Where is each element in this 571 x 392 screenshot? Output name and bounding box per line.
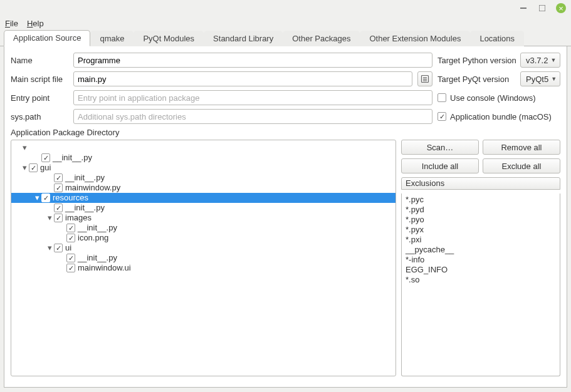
tab-panel-application-source: Name Target Python version v3.7.2 ▼ Main… bbox=[4, 46, 567, 388]
syspath-input[interactable] bbox=[73, 109, 432, 124]
tree-item-label: mainwindow.py bbox=[65, 183, 120, 193]
target-pyqt-value: PyQt5 bbox=[526, 75, 548, 84]
exclude-all-button[interactable]: Exclude all bbox=[483, 158, 560, 173]
tree-item-label: __init__.py bbox=[78, 223, 117, 233]
tree-expander-open-icon[interactable]: ▾ bbox=[20, 163, 29, 173]
tree-item-checkbox[interactable] bbox=[54, 214, 63, 222]
menubar: File Help bbox=[0, 16, 571, 30]
remove-all-button[interactable]: Remove all bbox=[483, 140, 560, 155]
tree-expander-open-icon[interactable]: ▾ bbox=[33, 193, 41, 203]
titlebar bbox=[0, 0, 571, 16]
main-script-input[interactable] bbox=[73, 71, 412, 86]
list-icon bbox=[421, 75, 429, 83]
tree-item-checkbox[interactable] bbox=[66, 224, 75, 232]
exclusions-list[interactable]: *.pyc*.pyd*.pyo*.pyx*.pxi__pycache__*-in… bbox=[401, 193, 560, 376]
tree-row[interactable]: __init__.py bbox=[11, 203, 396, 213]
tree-item-label: ui bbox=[65, 243, 71, 253]
list-item[interactable]: *.so bbox=[406, 275, 556, 285]
chevron-down-icon: ▼ bbox=[551, 76, 557, 82]
tree-item-label: mainwindow.ui bbox=[78, 263, 131, 273]
tree-item-label: __init__.py bbox=[65, 173, 105, 183]
target-python-value: v3.7.2 bbox=[526, 56, 548, 65]
tree-item-checkbox[interactable] bbox=[54, 173, 63, 182]
svg-rect-0 bbox=[520, 8, 526, 9]
exclusions-header: Exclusions bbox=[401, 177, 560, 190]
label-name: Name bbox=[11, 56, 68, 65]
tree-row[interactable]: ▾resources bbox=[11, 193, 396, 203]
tab-standard-library[interactable]: Standard Library bbox=[204, 31, 283, 46]
tree-row[interactable]: __init__.py bbox=[11, 253, 396, 263]
tree-item-label: __init__.py bbox=[78, 253, 117, 263]
menu-file[interactable]: File bbox=[5, 19, 18, 28]
tab-application-source[interactable]: Application Source bbox=[4, 30, 90, 46]
tabbar: Application SourceqmakePyQt ModulesStand… bbox=[0, 30, 571, 46]
tab-pyqt-modules[interactable]: PyQt Modules bbox=[134, 31, 204, 46]
list-item[interactable]: *.pyo bbox=[406, 215, 556, 225]
list-item[interactable]: __pycache__ bbox=[406, 245, 556, 255]
minimize-button[interactable] bbox=[518, 3, 528, 13]
tab-qmake[interactable]: qmake bbox=[90, 31, 134, 46]
list-item[interactable]: *.pyx bbox=[406, 225, 556, 235]
tree-item-checkbox[interactable] bbox=[54, 204, 63, 212]
list-item[interactable]: *.pyd bbox=[406, 205, 556, 215]
list-item[interactable]: *-info bbox=[406, 255, 556, 265]
tab-locations[interactable]: Locations bbox=[470, 31, 524, 46]
tree-row[interactable]: ▾ui bbox=[11, 243, 396, 253]
label-entry-point: Entry point bbox=[11, 93, 68, 103]
label-app-bundle: Application bundle (macOS) bbox=[450, 112, 560, 121]
tree-row[interactable]: mainwindow.py bbox=[11, 183, 396, 193]
label-target-python: Target Python version bbox=[437, 56, 516, 65]
tree-row[interactable]: mainwindow.ui bbox=[11, 263, 396, 273]
tree-item-label: __init__.py bbox=[65, 203, 105, 213]
label-syspath: sys.path bbox=[11, 112, 68, 121]
tree-item-checkbox[interactable] bbox=[54, 244, 63, 252]
tree-row[interactable]: ▾ bbox=[11, 143, 396, 153]
svg-rect-1 bbox=[539, 5, 545, 11]
browse-script-button[interactable] bbox=[417, 71, 432, 86]
maximize-button[interactable] bbox=[537, 3, 547, 13]
tree-row[interactable]: ▾images bbox=[11, 213, 396, 223]
entry-point-input[interactable] bbox=[73, 90, 432, 105]
close-button[interactable] bbox=[556, 3, 566, 13]
tree-row[interactable]: __init__.py bbox=[11, 173, 396, 183]
tree-item-label: images bbox=[65, 213, 92, 223]
tree-row[interactable]: icon.png bbox=[11, 233, 396, 243]
tree-item-checkbox[interactable] bbox=[66, 234, 75, 242]
tree-expander-open-icon[interactable]: ▾ bbox=[45, 213, 54, 223]
list-item[interactable]: EGG_INFO bbox=[406, 265, 556, 275]
tree-row[interactable]: ▾gui bbox=[11, 163, 396, 173]
target-pyqt-dropdown[interactable]: PyQt5 ▼ bbox=[520, 71, 560, 86]
tree-expander-open-icon[interactable]: ▾ bbox=[45, 243, 54, 253]
tree-row[interactable]: __init__.py bbox=[11, 223, 396, 233]
app-bundle-checkbox[interactable] bbox=[437, 112, 446, 121]
tree-item-label: __init__.py bbox=[53, 153, 92, 163]
tree-item-checkbox[interactable] bbox=[66, 264, 75, 272]
tree-item-checkbox[interactable] bbox=[41, 193, 50, 202]
tree-row[interactable]: __init__.py bbox=[11, 153, 396, 163]
chevron-down-icon: ▼ bbox=[550, 57, 556, 63]
tab-other-extension-modules[interactable]: Other Extension Modules bbox=[360, 31, 470, 46]
tree-item-checkbox[interactable] bbox=[41, 153, 50, 162]
package-tree[interactable]: ▾__init__.py▾gui__init__.pymainwindow.py… bbox=[11, 140, 396, 376]
tree-item-label: icon.png bbox=[78, 233, 108, 243]
scan-button[interactable]: Scan… bbox=[401, 140, 479, 155]
label-target-pyqt: Target PyQt version bbox=[437, 75, 516, 84]
use-console-checkbox[interactable] bbox=[437, 93, 446, 102]
tree-item-checkbox[interactable] bbox=[66, 254, 75, 262]
target-python-dropdown[interactable]: v3.7.2 ▼ bbox=[520, 53, 560, 68]
tree-expander-open-icon[interactable]: ▾ bbox=[20, 143, 29, 153]
list-item[interactable]: *.pyc bbox=[406, 195, 556, 205]
tree-item-checkbox[interactable] bbox=[29, 163, 38, 172]
label-main-script: Main script file bbox=[11, 75, 68, 84]
tree-item-checkbox[interactable] bbox=[54, 183, 63, 192]
tab-other-packages[interactable]: Other Packages bbox=[283, 31, 360, 46]
tree-item-label: gui bbox=[40, 163, 51, 173]
list-item[interactable]: *.pxi bbox=[406, 235, 556, 245]
menu-help[interactable]: Help bbox=[27, 19, 44, 28]
include-all-button[interactable]: Include all bbox=[401, 158, 479, 173]
label-app-pkg-dir: Application Package Directory bbox=[11, 128, 560, 137]
tree-item-label: resources bbox=[53, 193, 88, 203]
name-input[interactable] bbox=[73, 53, 432, 68]
label-use-console: Use console (Windows) bbox=[450, 93, 560, 103]
